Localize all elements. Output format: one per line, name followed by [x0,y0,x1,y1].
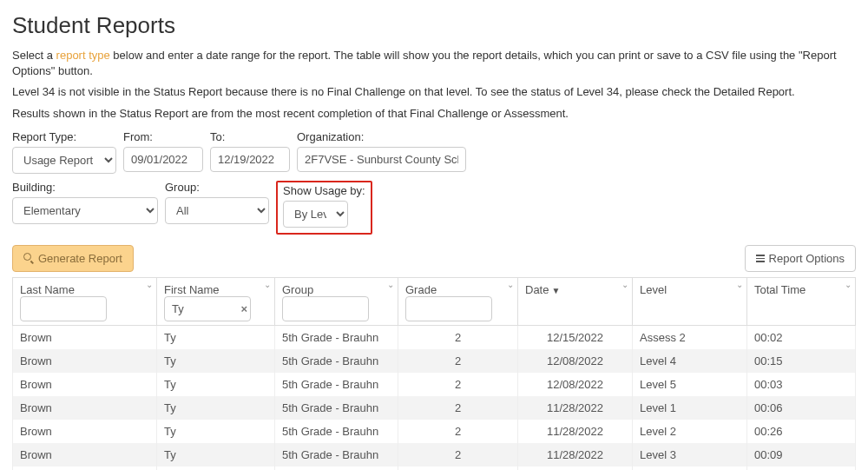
table-body: BrownTy5th Grade - Brauhn212/15/2022Asse… [13,325,856,470]
table-row: BrownTy5th Grade - Brauhn211/28/2022Asse… [13,467,856,470]
cell-total: 00:02 [747,325,856,349]
intro-text-a: Select a [12,49,56,62]
col-date-label: Date [525,283,549,296]
organization-label: Organization: [297,130,466,143]
intro-line-1: Select a report type below and enter a d… [12,48,856,79]
clear-filter-icon[interactable]: × [240,302,247,315]
col-level[interactable]: ⌄ Level [633,277,747,325]
cell-group: 5th Grade - Brauhn [275,443,398,467]
intro-text-b: below and enter a date range for the rep… [12,49,837,77]
cell-grade: 2 [398,349,518,373]
col-last-name-label: Last Name [20,283,75,296]
filter-row-2: Building: Elementary Group: All Show Usa… [12,181,856,235]
table-row: BrownTy5th Grade - Brauhn211/28/2022Leve… [13,396,856,420]
cell-level: Level 5 [633,373,747,396]
col-last-name[interactable]: ⌄ Last Name [13,277,157,325]
cell-total: 00:06 [747,467,856,470]
results-table: ⌄ Last Name ⌄ First Name × ⌄ Group ⌄ Gra… [12,277,856,470]
cell-last: Brown [13,349,157,373]
chevron-down-icon: ⌄ [387,280,394,289]
col-group-label: Group [282,283,313,296]
col-first-name[interactable]: ⌄ First Name × [157,277,275,325]
cell-grade: 2 [398,325,518,349]
cell-date: 12/15/2022 [518,325,633,349]
cell-group: 5th Grade - Brauhn [275,420,398,443]
report-type-select[interactable]: Usage Report [12,147,116,174]
filter-grade[interactable] [405,296,492,321]
col-grade[interactable]: ⌄ Grade [398,277,518,325]
cell-first: Ty [157,443,275,467]
page-title: Student Reports [12,12,856,39]
from-date-input[interactable] [123,147,203,172]
organization-input[interactable] [297,147,466,172]
cell-total: 00:09 [747,443,856,467]
col-grade-label: Grade [405,283,437,296]
generate-report-button[interactable]: Generate Report [12,245,134,272]
cell-total: 00:06 [747,396,856,420]
chevron-down-icon: ⌄ [264,280,271,289]
menu-icon [756,255,765,262]
cell-group: 5th Grade - Brauhn [275,325,398,349]
intro-line-2: Level 34 is not visible in the Status Re… [12,84,856,100]
table-header-row: ⌄ Last Name ⌄ First Name × ⌄ Group ⌄ Gra… [13,277,856,325]
intro-line-3: Results shown in the Status Report are f… [12,106,856,122]
cell-grade: 2 [398,373,518,396]
cell-last: Brown [13,396,157,420]
table-row: BrownTy5th Grade - Brauhn211/28/2022Leve… [13,420,856,443]
chevron-down-icon: ⌄ [736,280,743,289]
cell-grade: 2 [398,467,518,470]
report-type-link[interactable]: report type [56,49,110,62]
cell-last: Brown [13,420,157,443]
cell-total: 00:03 [747,373,856,396]
cell-last: Brown [13,325,157,349]
cell-first: Ty [157,467,275,470]
col-total-time[interactable]: ⌄ Total Time [747,277,856,325]
cell-grade: 2 [398,420,518,443]
cell-level: Level 3 [633,443,747,467]
action-bar: Generate Report Report Options [12,245,856,272]
cell-date: 11/28/2022 [518,396,633,420]
cell-first: Ty [157,349,275,373]
to-date-input[interactable] [210,147,290,172]
cell-date: 12/08/2022 [518,373,633,396]
filter-first-name[interactable] [164,296,251,321]
show-usage-label: Show Usage by: [283,184,365,197]
cell-last: Brown [13,467,157,470]
generate-report-label: Generate Report [38,252,122,265]
cell-first: Ty [157,373,275,396]
cell-date: 12/08/2022 [518,349,633,373]
cell-date: 11/28/2022 [518,420,633,443]
cell-group: 5th Grade - Brauhn [275,467,398,470]
cell-level: Assess 1 [633,467,747,470]
filter-group[interactable] [282,296,369,321]
search-icon [23,253,34,263]
cell-first: Ty [157,420,275,443]
chevron-down-icon: ⌄ [146,280,153,289]
col-first-name-label: First Name [164,283,220,296]
building-label: Building: [12,181,158,194]
cell-last: Brown [13,443,157,467]
report-type-label: Report Type: [12,130,116,143]
group-select[interactable]: All [165,197,269,224]
filter-last-name[interactable] [20,296,107,321]
col-group[interactable]: ⌄ Group [275,277,398,325]
col-date[interactable]: ⌄ Date▼ [518,277,633,325]
table-row: BrownTy5th Grade - Brauhn211/28/2022Leve… [13,443,856,467]
col-level-label: Level [640,283,667,296]
report-options-button[interactable]: Report Options [745,245,856,272]
chevron-down-icon: ⌄ [621,280,628,289]
cell-grade: 2 [398,396,518,420]
cell-group: 5th Grade - Brauhn [275,396,398,420]
cell-grade: 2 [398,443,518,467]
cell-level: Level 2 [633,420,747,443]
show-usage-select[interactable]: By Level [283,201,348,228]
chevron-down-icon: ⌄ [845,280,852,289]
building-select[interactable]: Elementary [12,197,158,224]
cell-group: 5th Grade - Brauhn [275,349,398,373]
show-usage-highlight: Show Usage by: By Level [276,181,372,235]
cell-level: Level 1 [633,396,747,420]
col-total-label: Total Time [754,283,806,296]
to-label: To: [210,130,290,143]
chevron-down-icon: ⌄ [507,280,514,289]
from-label: From: [123,130,203,143]
